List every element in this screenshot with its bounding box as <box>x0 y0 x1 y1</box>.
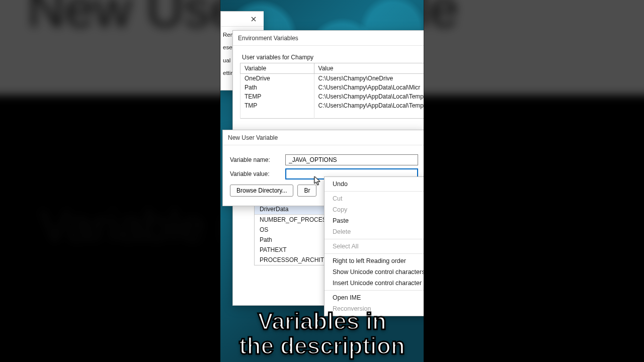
context-menu-item[interactable]: Open IME <box>325 292 424 303</box>
variable-name-label: Variable name: <box>230 156 280 163</box>
context-menu-item: Delete <box>325 226 424 237</box>
context-menu-item[interactable]: Right to left Reading order <box>325 255 424 266</box>
mouse-cursor-icon <box>314 176 321 186</box>
dialog-title: New User Variable <box>228 134 422 141</box>
browse-file-button[interactable]: Br <box>297 185 316 197</box>
user-vars-table[interactable]: Variable Value OneDriveC:\Users\Champy\O… <box>240 63 424 119</box>
context-menu-item: Select All <box>325 241 424 252</box>
table-row[interactable]: OneDriveC:\Users\Champy\OneDrive <box>240 74 424 83</box>
col-value[interactable]: Value <box>314 63 424 74</box>
context-menu-item[interactable]: Show Unicode control characters <box>325 266 424 278</box>
center-column: Rem ese c ual m ettin Environment Variab… <box>220 0 424 362</box>
close-icon[interactable] <box>244 12 264 26</box>
table-row[interactable]: PathC:\Users\Champy\AppData\Local\Micr <box>240 83 424 92</box>
table-row[interactable]: TEMPC:\Users\Champy\AppData\Local\Temp <box>240 92 424 101</box>
browse-directory-button[interactable]: Browse Directory... <box>230 185 293 197</box>
dialog-title: Environment Variables <box>238 35 424 42</box>
col-variable[interactable]: Variable <box>240 63 314 74</box>
context-menu-item: Cut <box>325 193 424 204</box>
table-row[interactable]: TMPC:\Users\Champy\AppData\Local\Temp <box>240 101 424 110</box>
context-menu-item[interactable]: Paste <box>325 215 424 226</box>
context-menu-item: Reconversion <box>325 303 424 314</box>
context-menu-item[interactable]: Insert Unicode control character <box>325 278 424 289</box>
variable-name-input[interactable] <box>285 154 418 165</box>
context-menu[interactable]: UndoCutCopyPasteDeleteSelect AllRight to… <box>324 176 424 316</box>
variable-value-label: Variable value: <box>230 170 280 177</box>
context-menu-item: Copy <box>325 204 424 215</box>
user-vars-label: User variables for Champy <box>242 54 424 61</box>
context-menu-item[interactable]: Undo <box>325 178 424 190</box>
